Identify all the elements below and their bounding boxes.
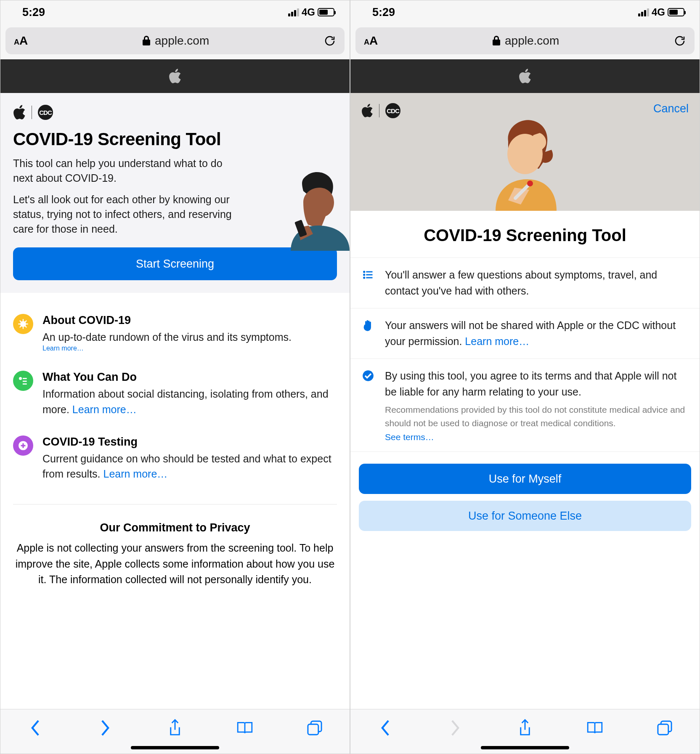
forward-button bbox=[446, 719, 464, 737]
safari-toolbar bbox=[0, 709, 350, 746]
site-nav-header bbox=[350, 59, 700, 93]
phone-left: 5:29 4G AA apple.com CDC COVID-19 Screen… bbox=[0, 0, 350, 754]
learn-more-link[interactable]: Learn more… bbox=[42, 345, 84, 352]
svg-point-24 bbox=[364, 277, 365, 278]
apple-logo-icon bbox=[361, 104, 373, 118]
reload-icon[interactable] bbox=[323, 35, 336, 47]
lock-icon bbox=[492, 35, 501, 46]
sick-person-illustration bbox=[483, 118, 567, 211]
url-domain: apple.com bbox=[155, 34, 209, 48]
checklist-icon bbox=[13, 371, 33, 391]
page-content: COVID-19 Screening Tool You'll answer a … bbox=[350, 211, 700, 543]
info-title: What You Can Do bbox=[42, 371, 337, 384]
step-fineprint: Recommendations provided by this tool do… bbox=[385, 403, 688, 430]
plus-circle-icon bbox=[13, 435, 33, 456]
info-item-testing: COVID-19 Testing Current guidance on who… bbox=[13, 435, 337, 482]
virus-icon bbox=[13, 314, 33, 334]
text-size-icon[interactable]: AA bbox=[364, 34, 378, 48]
home-indicator[interactable] bbox=[350, 746, 700, 754]
cancel-link[interactable]: Cancel bbox=[653, 102, 689, 115]
share-button[interactable] bbox=[166, 719, 184, 737]
phone-right: 5:29 4G AA apple.com CDC Cancel bbox=[350, 0, 700, 754]
tabs-button[interactable] bbox=[306, 719, 323, 737]
forward-button[interactable] bbox=[96, 719, 114, 737]
status-right: 4G bbox=[288, 6, 334, 18]
svg-point-10 bbox=[19, 378, 21, 380]
cell-signal-icon bbox=[638, 8, 649, 16]
url-bar-container: AA apple.com bbox=[350, 24, 700, 59]
apple-logo-icon bbox=[13, 105, 26, 120]
network-label: 4G bbox=[652, 6, 665, 18]
network-label: 4G bbox=[302, 6, 315, 18]
info-title: COVID-19 Testing bbox=[42, 435, 337, 449]
status-time: 5:29 bbox=[22, 6, 45, 19]
svg-line-9 bbox=[25, 321, 27, 322]
battery-icon bbox=[668, 8, 684, 16]
url-bar-container: AA apple.com bbox=[0, 24, 350, 59]
bookmarks-button[interactable] bbox=[586, 719, 604, 737]
status-bar: 5:29 4G bbox=[0, 0, 350, 24]
url-bar[interactable]: AA apple.com bbox=[5, 27, 345, 54]
apple-logo-icon[interactable] bbox=[519, 69, 531, 84]
back-button[interactable] bbox=[27, 719, 44, 737]
use-for-someone-else-button[interactable]: Use for Someone Else bbox=[359, 501, 691, 531]
step-text: By using this tool, you agree to its ter… bbox=[385, 368, 688, 400]
start-screening-button[interactable]: Start Screening bbox=[13, 247, 337, 280]
lock-icon bbox=[142, 35, 151, 46]
page-content: CDC COVID-19 Screening Tool This tool ca… bbox=[0, 93, 350, 709]
learn-more-link[interactable]: Learn more… bbox=[465, 335, 529, 347]
button-group: Use for Myself Use for Someone Else bbox=[350, 452, 700, 543]
hero-title: COVID-19 Screening Tool bbox=[13, 129, 337, 149]
learn-more-link[interactable]: Learn more… bbox=[72, 404, 137, 415]
step-text: You'll answer a few questions about symp… bbox=[385, 267, 688, 299]
cdc-logo-icon: CDC bbox=[385, 103, 400, 118]
info-body: Current guidance on who should be tested… bbox=[42, 453, 331, 480]
status-right: 4G bbox=[638, 6, 684, 18]
back-button[interactable] bbox=[377, 719, 394, 737]
share-button[interactable] bbox=[516, 719, 534, 737]
use-for-myself-button[interactable]: Use for Myself bbox=[359, 464, 691, 494]
hero-section: CDC Cancel bbox=[350, 93, 700, 211]
info-list: About COVID-19 An up-to-date rundown of … bbox=[0, 293, 350, 504]
svg-point-18 bbox=[527, 181, 533, 186]
svg-point-22 bbox=[364, 271, 365, 272]
privacy-section: Our Commitment to Privacy Apple is not c… bbox=[0, 504, 350, 605]
info-body: An up-to-date rundown of the virus and i… bbox=[42, 331, 292, 343]
step-list: You'll answer a few questions about symp… bbox=[350, 258, 700, 452]
url-bar[interactable]: AA apple.com bbox=[355, 27, 695, 54]
tabs-button[interactable] bbox=[656, 719, 673, 737]
home-indicator[interactable] bbox=[0, 746, 350, 754]
info-item-about: About COVID-19 An up-to-date rundown of … bbox=[13, 314, 337, 352]
info-item-whatyoucando: What You Can Do Information about social… bbox=[13, 371, 337, 417]
battery-icon bbox=[318, 8, 334, 16]
see-terms-link[interactable]: See terms… bbox=[385, 432, 688, 442]
learn-more-link[interactable]: Learn more… bbox=[103, 468, 167, 480]
cell-signal-icon bbox=[288, 8, 299, 16]
svg-rect-26 bbox=[658, 724, 668, 735]
cdc-logo-icon: CDC bbox=[38, 105, 53, 120]
privacy-body: Apple is not collecting your answers fro… bbox=[12, 540, 338, 588]
apple-logo-icon[interactable] bbox=[169, 69, 181, 84]
hero-paragraph-2: Let's all look out for each other by kno… bbox=[13, 192, 240, 236]
bookmarks-button[interactable] bbox=[236, 719, 254, 737]
person-phone-illustration bbox=[274, 167, 350, 251]
reload-icon[interactable] bbox=[673, 35, 686, 47]
status-bar: 5:29 4G bbox=[350, 0, 700, 24]
text-size-icon[interactable]: AA bbox=[14, 34, 28, 48]
site-nav-header bbox=[0, 59, 350, 93]
step-questions: You'll answer a few questions about symp… bbox=[350, 258, 700, 308]
step-text: Your answers will not be shared with App… bbox=[385, 319, 676, 347]
status-time: 5:29 bbox=[372, 6, 395, 19]
list-icon bbox=[362, 267, 376, 299]
svg-rect-15 bbox=[308, 724, 318, 735]
svg-point-23 bbox=[364, 274, 365, 275]
page-title: COVID-19 Screening Tool bbox=[350, 226, 700, 245]
svg-line-6 bbox=[20, 321, 21, 322]
step-terms: By using this tool, you agree to its ter… bbox=[350, 359, 700, 452]
hero-paragraph-1: This tool can help you understand what t… bbox=[13, 156, 240, 186]
privacy-title: Our Commitment to Privacy bbox=[12, 521, 338, 534]
svg-line-7 bbox=[25, 326, 27, 328]
checkmark-circle-icon bbox=[362, 368, 376, 442]
info-title: About COVID-19 bbox=[42, 314, 292, 327]
safari-toolbar bbox=[350, 709, 700, 746]
